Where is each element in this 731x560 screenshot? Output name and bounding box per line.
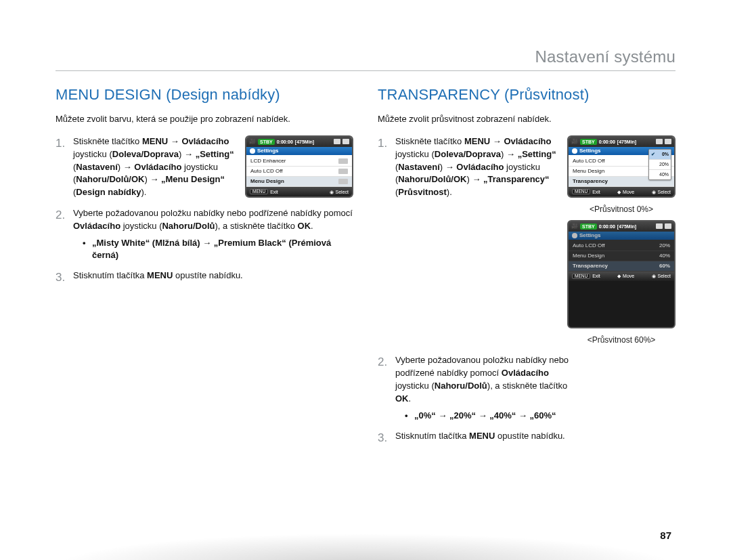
- select-label: Select: [336, 190, 349, 194]
- settings-title: Settings: [257, 148, 279, 154]
- exit-label: Exit: [270, 190, 278, 194]
- menu-row[interactable]: Auto LCD Off: [573, 243, 604, 249]
- section-heading: Nastavení systému: [56, 47, 675, 71]
- remain-time: [475Min]: [617, 139, 636, 144]
- timecode: 0:00:00: [277, 139, 293, 144]
- left-intro: Můžete zvolit barvu, která se použije pr…: [56, 113, 353, 126]
- joystick-icon: ◆: [617, 190, 621, 194]
- menu-row[interactable]: Menu Design: [573, 253, 604, 259]
- dropdown-item[interactable]: 0%: [662, 151, 669, 158]
- joystick-icon: ◉: [652, 274, 656, 278]
- left-col-title: MENU DESIGN (Design nabídky): [56, 86, 353, 104]
- select-label: Select: [658, 274, 671, 278]
- gear-icon: [250, 148, 255, 154]
- left-step1-text: Stiskněte tlačítko MENU → Ovládacího joy…: [73, 135, 238, 199]
- page-shadow: [0, 527, 731, 560]
- settings-title: Settings: [579, 148, 601, 154]
- exit-label: Exit: [592, 274, 600, 278]
- right-step2-text: Vyberte požadovanou položku nabídky nebo…: [395, 354, 571, 405]
- stby-badge: STBY: [580, 139, 597, 145]
- menu-row-selected[interactable]: Transparency: [573, 179, 608, 184]
- remain-time: [475Min]: [295, 139, 314, 144]
- timecode: 0:00:00: [599, 224, 615, 229]
- move-label: Move: [623, 274, 634, 278]
- right-column: TRANSPARENCY (Průsvitnost) Můžete zvolit…: [378, 83, 675, 451]
- lcd-menudesign-figure: 🎥 STBY 0:00:00 [475Min] Settings: [245, 135, 353, 198]
- right-intro: Můžete zvolit průsvitnost zobrazení nabí…: [378, 113, 675, 126]
- menu-chip[interactable]: MENU: [250, 189, 268, 195]
- menu-row[interactable]: Auto LCD Off: [573, 158, 604, 164]
- stby-badge: STBY: [258, 139, 275, 145]
- menu-chip[interactable]: MENU: [572, 274, 590, 280]
- right-step3-text: Stisknutím tlačítka MENU opustíte nabídk…: [395, 430, 571, 443]
- battery-icon: [665, 139, 671, 144]
- dropdown-item[interactable]: 20%: [659, 161, 669, 168]
- dropdown-item[interactable]: 40%: [659, 171, 669, 178]
- lcd-transparency-60-figure: 🎥 STBY 0:00:00 [475Min]: [567, 220, 675, 328]
- menu-row-selected[interactable]: Transparency: [573, 263, 608, 269]
- exit-label: Exit: [592, 190, 600, 194]
- menu-row-val: 20%: [659, 243, 670, 249]
- page-number: 87: [660, 530, 671, 541]
- menu-chip[interactable]: MENU: [572, 189, 590, 195]
- right-step1-text: Stiskněte tlačítko MENU → Ovládacího joy…: [395, 135, 560, 199]
- gear-icon: [572, 148, 577, 154]
- card-icon: [334, 139, 340, 144]
- joystick-icon: ◆: [617, 274, 621, 278]
- card-icon: [656, 223, 663, 229]
- right-col-title: TRANSPARENCY (Průsvitnost): [378, 86, 675, 104]
- remain-time: [475Min]: [617, 224, 636, 229]
- battery-icon: [342, 139, 349, 144]
- timecode: 0:00:00: [599, 139, 615, 144]
- left-step3-text: Stisknutím tlačítka MENU opustíte nabídk…: [73, 270, 353, 282]
- menu-row-selected[interactable]: Menu Design: [250, 179, 284, 184]
- joystick-icon: ◉: [330, 190, 334, 194]
- left-step2-bullet: „Misty White“ (Mlžná bílá) → „Premium Bl…: [83, 237, 353, 261]
- right-step2-bullet: „0%“ → „20%“ → „40%“ → „60%“: [405, 410, 675, 422]
- gear-icon: [572, 233, 577, 238]
- settings-title: Settings: [579, 233, 601, 238]
- caption-0pct: <Průsvitnost 0%>: [567, 204, 675, 215]
- joystick-icon: ◉: [652, 190, 656, 194]
- transparency-dropdown[interactable]: ✔0% 20% 40%: [648, 149, 671, 180]
- left-column: MENU DESIGN (Design nabídky) Můžete zvol…: [56, 83, 353, 451]
- menu-row[interactable]: Menu Design: [573, 169, 604, 174]
- camera-icon: 🎥: [571, 223, 578, 229]
- stby-badge: STBY: [580, 223, 597, 230]
- select-label: Select: [658, 190, 671, 194]
- caption-60pct: <Průsvitnost 60%>: [567, 335, 675, 346]
- menu-row[interactable]: LCD Enhancer: [250, 158, 286, 164]
- move-label: Move: [623, 190, 634, 194]
- left-step2-text: Vyberte požadovanou položku nabídky nebo…: [73, 207, 353, 233]
- menu-row-val: 60%: [659, 263, 670, 269]
- menu-row-val: 40%: [659, 253, 670, 259]
- battery-icon: [665, 223, 671, 229]
- card-icon: [656, 139, 663, 144]
- camera-icon: 🎥: [571, 139, 578, 144]
- camera-icon: 🎥: [249, 139, 256, 144]
- menu-row[interactable]: Auto LCD Off: [250, 169, 282, 174]
